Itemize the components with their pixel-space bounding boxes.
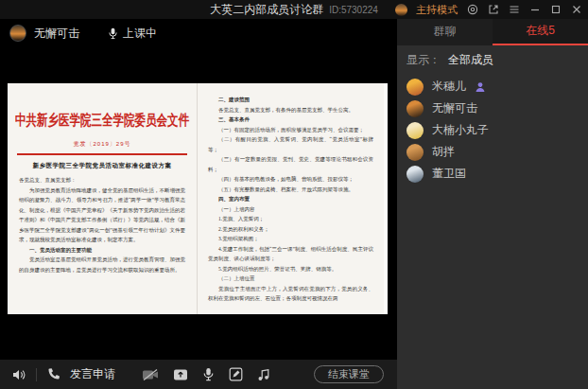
member-avatar (406, 166, 424, 183)
doc-paragraph: （二）有醒目的党旗、入党誓词、党内制度、“党员活动室”标牌等； (208, 134, 373, 154)
member-avatar (406, 79, 424, 96)
screen-share-icon[interactable] (173, 368, 188, 381)
app-window: 大英二内部成员讨论群 ID:5730224 主持模式 (0, 0, 588, 389)
member-avatar (406, 100, 424, 117)
doc-paragraph: （三）有一定数量的党报、党刊、党史、党建等理论书籍和会议资料； (208, 154, 373, 174)
filter-label: 显示： (406, 52, 441, 68)
doc-paragraph: 各党总支、直属党支部，有条件的基层党支部、学生公寓。 (208, 105, 373, 115)
mic-icon (108, 27, 118, 40)
class-status-label: 上课中 (123, 26, 157, 42)
doc-paragraph: （一）有固定的活动场所，面积应够满足党员学习、会议需要； (208, 125, 373, 135)
toolbar-divider (36, 368, 37, 381)
sidebar: 群聊 在线5 显示： 全部成员 米穗儿无懈可击大楠小丸子胡拌董卫国 (397, 19, 588, 389)
window-title: 大英二内部成员讨论群 (210, 2, 323, 18)
shared-document-viewer[interactable]: 中共新乡医学院三全学院委员会文件 党发〔2019〕29号 新乡医学院三全学院党员… (8, 83, 388, 314)
member-name: 大楠小丸子 (432, 122, 489, 138)
sidebar-tabs: 群聊 在线5 (397, 19, 588, 45)
user-avatar[interactable] (395, 4, 407, 16)
member-avatar (406, 122, 424, 139)
admin-badge-icon (475, 81, 486, 93)
doc-paragraph: 二、建设范围 (208, 95, 373, 105)
tab-online-members[interactable]: 在线5 (493, 19, 588, 45)
record-icon[interactable] (466, 4, 478, 16)
music-icon[interactable] (257, 368, 270, 381)
doc-red-banner: 中共新乡医学院三全学院委员会文件 (8, 111, 197, 130)
titlebar: 大英二内部成员讨论群 ID:5730224 主持模式 (0, 0, 588, 19)
member-row[interactable]: 米穗儿 (397, 76, 588, 97)
document-page-right: 二、建设范围各党总支、直属党支部，有条件的基层党支部、学生公寓。三、基本条件（一… (198, 83, 388, 314)
bottom-toolbar: 发言申请 结束课堂 (0, 360, 397, 389)
maximize-icon[interactable] (549, 4, 562, 16)
menu-icon[interactable] (508, 4, 520, 16)
whiteboard-icon[interactable] (229, 367, 243, 381)
doc-paragraph: 各党总支、直属党支部： (19, 175, 185, 186)
host-info-row: 无懈可击 上课中 (0, 19, 397, 47)
doc-paragraph: 党旗位于主墙面正中上方，入党誓词在党旗的下方，党员的义务、权利在党旗和誓词的左、… (208, 284, 373, 304)
member-filter-row: 显示： 全部成员 (397, 45, 588, 74)
doc-red-rule (17, 153, 187, 155)
doc-paragraph: 4.党建工作制度，包括“三会一课”制度、组织生活会制度、民主评议党员制度、谈心谈… (208, 244, 373, 264)
host-name: 无懈可击 (34, 26, 79, 42)
doc-paragraph: （二）上墙位置 (208, 274, 373, 284)
member-name: 米穗儿 (432, 79, 466, 95)
member-row[interactable]: 无懈可击 (397, 97, 588, 119)
doc-paragraph: 一、党员活动室的主要功能 (19, 245, 185, 256)
camera-off-icon[interactable] (142, 368, 159, 381)
member-name: 无懈可击 (432, 100, 477, 116)
member-list: 米穗儿无懈可击大楠小丸子胡拌董卫国 (397, 74, 588, 185)
doc-body-left: 各党总支、直属党支部：为加强党员教育活动阵地建设，健全党的基层组织生活，不断增强… (19, 175, 185, 274)
doc-paragraph: 三、基本条件 (208, 115, 373, 125)
doc-number: 党发〔2019〕29号 (8, 140, 197, 149)
doc-paragraph: （一）上墙内容 (208, 204, 373, 215)
phone-icon[interactable] (46, 367, 61, 381)
member-name: 胡拌 (432, 144, 455, 160)
filter-value-dropdown[interactable]: 全部成员 (448, 52, 493, 68)
member-row[interactable]: 胡拌 (397, 141, 588, 163)
host-avatar[interactable] (9, 25, 26, 42)
doc-paragraph: （四）有基本的电教设备，如电脑、音响系统、投影仪等； (208, 174, 373, 185)
minimize-icon[interactable] (528, 4, 541, 16)
member-name: 董卫国 (432, 166, 466, 182)
host-mode-label: 主持模式 (416, 3, 458, 17)
doc-paragraph: （五）有完整数量的桌椅、档案柜、开放式陈列架等设施。 (208, 185, 373, 195)
member-row[interactable]: 董卫国 (397, 163, 588, 185)
member-row[interactable]: 大楠小丸子 (397, 119, 588, 141)
doc-paragraph: 2.党员的权利和义务； (208, 224, 373, 235)
doc-paragraph: 3.党组织架构图； (208, 234, 373, 244)
speech-request-label[interactable]: 发言申请 (70, 366, 115, 382)
video-stage: 无懈可击 上课中 中共新乡医学院三全学院委员会文件 党发〔2019〕29号 新乡… (0, 19, 397, 360)
doc-paragraph: 1.党旗、入党誓词； (208, 214, 373, 224)
doc-body-right: 二、建设范围各党总支、直属党支部，有条件的基层党支部、学生公寓。三、基本条件（一… (208, 95, 373, 304)
document-page-left: 中共新乡医学院三全学院委员会文件 党发〔2019〕29号 新乡医学院三全学院党员… (8, 83, 198, 314)
doc-paragraph: 四、室内布置 (208, 194, 373, 204)
doc-paragraph: 5.党内组织活动的照片、荣誉证书、奖牌、锦旗等。 (208, 264, 373, 274)
close-icon[interactable] (570, 4, 582, 16)
end-class-button[interactable]: 结束课堂 (314, 365, 384, 383)
tab-group-chat[interactable]: 群聊 (397, 19, 493, 45)
doc-title: 新乡医学院三全学院党员活动室标准化建设方案 (8, 162, 197, 170)
mic-icon[interactable] (202, 367, 215, 381)
popout-icon[interactable] (487, 4, 499, 16)
member-avatar (406, 144, 424, 161)
speaker-icon[interactable] (11, 368, 26, 381)
doc-paragraph: 为加强党员教育活动阵地建设，健全党的基层组织生活，不断增强党组织的凝聚力、战斗力… (19, 186, 185, 245)
class-status: 上课中 (108, 26, 157, 42)
doc-paragraph: 党员活动室是基层党组织开展党员活动，进行党员教育管理、加强党的自身建设的主要阵地… (19, 255, 185, 274)
room-id: ID:5730224 (329, 5, 378, 15)
